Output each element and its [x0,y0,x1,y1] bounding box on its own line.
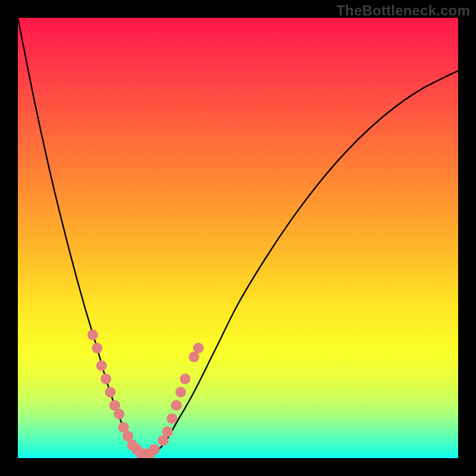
curve-marker [176,387,186,397]
curve-marker [171,400,181,411]
curve-marker [149,444,159,455]
curve-marker [193,343,203,353]
curve-marker [96,361,107,371]
chart-frame: TheBottleneck.com [0,0,476,476]
plot-area [18,18,458,458]
curve-markers [87,330,204,458]
watermark-text: TheBottleneck.com [336,2,470,19]
bottleneck-curve [18,18,458,455]
chart-svg [18,18,458,458]
curve-marker [167,413,177,424]
curve-marker [92,343,102,353]
curve-marker [162,427,173,437]
curve-marker [114,409,124,419]
curve-marker [87,330,98,340]
curve-marker [101,374,111,384]
curve-marker [180,374,190,384]
curve-marker [105,387,115,397]
